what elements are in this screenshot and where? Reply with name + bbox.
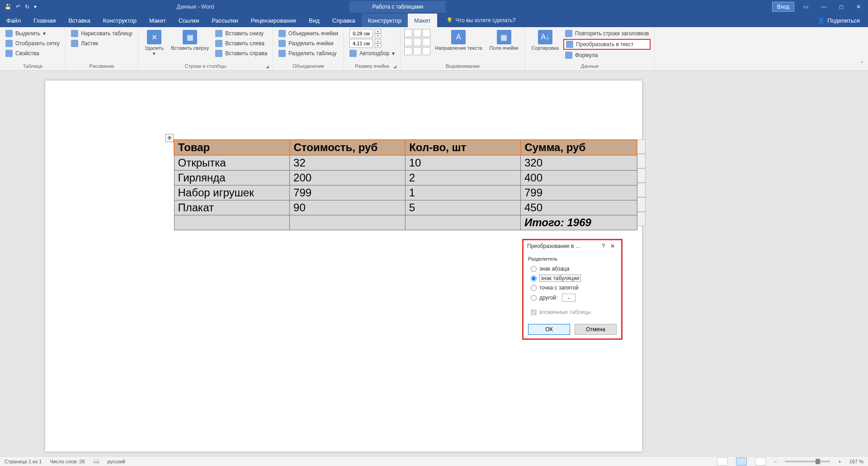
login-button[interactable]: Вход (772, 2, 794, 12)
align-tl[interactable] (404, 29, 412, 37)
split-cells-button[interactable]: Разделить ячейки (277, 39, 340, 48)
radio-other[interactable]: другой: (528, 292, 617, 303)
table-header[interactable]: Товар (174, 140, 290, 155)
tab-home[interactable]: Главная (27, 14, 62, 27)
cancel-button[interactable]: Отмена (575, 324, 617, 335)
tab-review[interactable]: Рецензирование (245, 14, 302, 27)
zoom-level[interactable]: 167 % (849, 459, 863, 464)
col-width-input[interactable] (349, 39, 373, 48)
group-cell-size: ▴▾ ▴▾ Автоподбор▾ Размер ячейки◢ (344, 27, 401, 70)
align-bl[interactable] (404, 47, 412, 55)
table-header[interactable]: Стоимость, руб (290, 140, 406, 155)
row-height-spinner[interactable]: ▴▾ (348, 29, 396, 38)
align-bc[interactable] (413, 47, 421, 55)
tab-insert[interactable]: Вставка (62, 14, 96, 27)
text-direction-button[interactable]: AНаправление текста (432, 29, 485, 52)
properties-button[interactable]: Свойства (4, 49, 61, 58)
spin-up-icon[interactable]: ▴ (375, 29, 381, 33)
zoom-thumb[interactable] (816, 459, 820, 464)
gridlines-button[interactable]: Отобразить сетку (4, 39, 61, 48)
insert-right-button[interactable]: Вставить справа (213, 49, 269, 58)
spin-down-icon[interactable]: ▾ (375, 43, 381, 48)
radio-tab[interactable]: знак табуляции (528, 273, 617, 283)
word-count[interactable]: Число слов: 26 (50, 459, 85, 464)
table-header[interactable]: Сумма, руб (521, 140, 637, 155)
collapse-ribbon-icon[interactable]: ˄ (860, 61, 863, 67)
close-icon[interactable]: ✕ (608, 243, 618, 249)
ok-button[interactable]: ОК (528, 324, 570, 335)
ribbon-options-icon[interactable]: ▭ (800, 2, 812, 12)
align-tr[interactable] (422, 29, 430, 37)
print-layout-button[interactable] (736, 457, 747, 466)
zoom-out-icon[interactable]: − (774, 459, 777, 464)
tab-table-design[interactable]: Конструктор (362, 14, 408, 27)
qat-dropdown-icon[interactable]: ▾ (34, 4, 37, 10)
spin-down-icon[interactable]: ▾ (375, 33, 381, 38)
bulb-icon: 💡 (446, 17, 453, 24)
split-table-button[interactable]: Разделить таблицу (277, 49, 340, 58)
row-height-input[interactable] (349, 29, 373, 38)
web-layout-button[interactable] (755, 457, 766, 466)
radio-semicolon[interactable]: точка с запятой (528, 283, 617, 292)
tab-file[interactable]: Файл (0, 14, 27, 27)
repeat-header-button[interactable]: Повторить строки заголовков (563, 29, 651, 38)
merge-cells-button[interactable]: Объединить ячейки (277, 29, 340, 38)
pencil-icon (71, 30, 78, 37)
autofit-button[interactable]: Автоподбор▾ (348, 49, 396, 58)
language-indicator[interactable]: русский (108, 459, 125, 464)
tab-help[interactable]: Справка (326, 14, 362, 27)
save-icon[interactable]: 💾 (5, 4, 11, 10)
table-header[interactable]: Кол-во, шт (405, 140, 520, 155)
formula-button[interactable]: Формула (563, 51, 651, 60)
spellcheck-icon[interactable]: 📖 (93, 458, 99, 464)
other-separator-input[interactable] (562, 294, 576, 302)
tab-layout[interactable]: Макет (143, 14, 172, 27)
spin-up-icon[interactable]: ▴ (375, 39, 381, 43)
align-br[interactable] (422, 47, 430, 55)
convert-to-text-dialog: Преобразование в … ? ✕ Разделитель знак … (522, 239, 623, 340)
delete-button[interactable]: ✕Удалить▾ (142, 29, 166, 57)
total-cell[interactable]: Итого: 1969 (521, 215, 637, 230)
document-table[interactable]: Товар Стоимость, руб Кол-во, шт Сумма, р… (174, 139, 637, 230)
tell-me[interactable]: 💡Что вы хотите сделать? (446, 14, 516, 27)
redo-icon[interactable]: ↻ (25, 4, 29, 10)
align-mc[interactable] (413, 38, 421, 46)
table-move-handle-icon[interactable]: ✥ (165, 134, 174, 142)
undo-icon[interactable]: ↶ (16, 4, 20, 10)
read-mode-button[interactable] (717, 457, 728, 466)
page-indicator[interactable]: Страница 1 из 1 (5, 459, 42, 464)
close-icon[interactable]: ✕ (853, 2, 864, 12)
share-button[interactable]: 👤Поделиться (809, 14, 868, 27)
tab-view[interactable]: Вид (302, 14, 326, 27)
align-tc[interactable] (413, 29, 421, 37)
maximize-icon[interactable]: ◻ (835, 2, 847, 12)
table-row: Набор игрушек7991799 (174, 185, 637, 200)
sort-button[interactable]: A↓Сортировка (529, 29, 561, 52)
align-mr[interactable] (422, 38, 430, 46)
tab-design[interactable]: Конструктор (97, 14, 143, 27)
help-icon[interactable]: ? (599, 243, 608, 249)
draw-table-button[interactable]: Нарисовать таблицу (69, 29, 134, 38)
zoom-in-icon[interactable]: + (838, 459, 841, 464)
select-button[interactable]: Выделить▾ (4, 29, 61, 38)
page[interactable]: ✥ Товар Стоимость, руб Кол-во, шт Сумма,… (45, 81, 642, 452)
tab-table-layout[interactable]: Макет (408, 14, 437, 27)
radio-paragraph[interactable]: знак абзаца (528, 264, 617, 273)
insert-below-button[interactable]: Вставить снизу (213, 29, 269, 38)
minimize-icon[interactable]: — (817, 2, 830, 12)
insert-left-button[interactable]: Вставить слева (213, 39, 269, 48)
insert-above-button[interactable]: ▦Вставить сверху (168, 29, 212, 52)
group-label: Выравнивание (404, 62, 521, 70)
convert-to-text-button[interactable]: Преобразовать в текст (563, 39, 651, 50)
dialog-launcher-icon[interactable]: ◢ (393, 64, 396, 69)
cell-margins-button[interactable]: ▦Поля ячейки (487, 29, 521, 52)
zoom-slider[interactable] (785, 461, 830, 462)
col-width-spinner[interactable]: ▴▾ (348, 39, 396, 48)
table-total-row: Итого: 1969 (174, 215, 637, 230)
dialog-launcher-icon[interactable]: ◢ (266, 64, 269, 69)
tab-references[interactable]: Ссылки (172, 14, 206, 27)
align-ml[interactable] (404, 38, 412, 46)
table-row: Плакат905450 (174, 200, 637, 215)
tab-mailings[interactable]: Рассылки (205, 14, 244, 27)
eraser-button[interactable]: Ластик (69, 39, 134, 48)
